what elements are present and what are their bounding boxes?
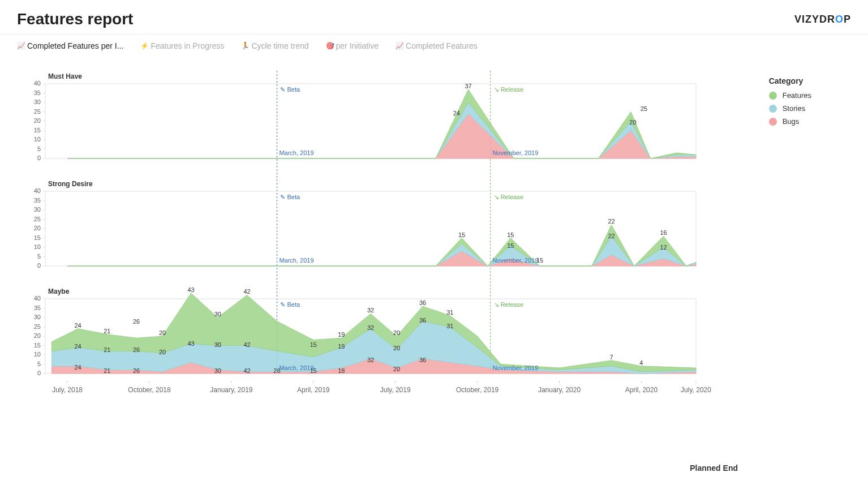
y-tick: 10	[34, 243, 41, 250]
y-tick: 5	[37, 253, 41, 260]
data-label: 19	[338, 331, 345, 338]
x-tick: January, 2020	[538, 386, 581, 394]
tab-label: per Initiative	[336, 41, 379, 50]
y-tick: 20	[34, 332, 41, 339]
x-tick: January, 2019	[210, 386, 252, 394]
data-label: 30	[214, 341, 221, 348]
y-tick: 40	[34, 187, 41, 194]
milestone-date: November, 2019	[493, 364, 539, 371]
legend-label: Bugs	[783, 117, 800, 126]
x-tick: October, 2019	[456, 386, 499, 394]
tab-label: Completed Features	[406, 41, 478, 50]
data-label: 42	[243, 341, 250, 348]
data-label: 19	[338, 343, 345, 350]
milestone-date: March, 2019	[279, 149, 313, 156]
data-label: 24	[74, 343, 81, 350]
data-label: 36	[419, 357, 426, 363]
data-label: 12	[660, 244, 667, 251]
chart-icon: 🎯	[326, 42, 333, 49]
tab-per-initiative[interactable]: 🎯per Initiative	[326, 41, 379, 50]
x-tick: July, 2019	[380, 386, 411, 394]
data-label: 15	[507, 231, 514, 238]
legend-swatch	[769, 118, 777, 126]
data-label: 16	[660, 229, 667, 236]
tab-label: Completed Features per I...	[27, 41, 123, 50]
y-tick: 15	[34, 342, 41, 349]
milestone-date: March, 2019	[279, 257, 313, 264]
data-label: 36	[419, 299, 426, 306]
data-label: 20	[159, 349, 166, 355]
data-label: 20	[393, 345, 400, 351]
milestone-date: November, 2019	[493, 257, 539, 264]
milestone-label: ✎ Beta	[280, 86, 300, 93]
y-tick: 20	[34, 117, 41, 124]
x-axis-title: Planned End	[690, 463, 738, 473]
legend-item[interactable]: Features	[769, 91, 811, 100]
milestone-date: March, 2019	[279, 364, 313, 371]
chart-canvas: Must Have0510152025303540✎ BetaMarch, 20…	[0, 54, 868, 416]
milestone-label: ✎ Beta	[280, 301, 300, 308]
chart-icon: 📈	[17, 42, 24, 49]
tab-bar: 📈Completed Features per I...⚡Features in…	[0, 35, 868, 54]
tab-cycle-time[interactable]: 🏃Cycle time trend	[241, 41, 308, 50]
area-stories	[67, 102, 696, 158]
data-label: 20	[393, 366, 400, 372]
y-tick: 10	[34, 351, 41, 358]
y-tick: 35	[34, 89, 41, 96]
tab-completed-per-i[interactable]: 📈Completed Features per I...	[17, 41, 123, 50]
data-label: 4	[639, 359, 643, 366]
data-label: 22	[608, 233, 615, 239]
data-label: 42	[243, 367, 250, 374]
legend-title: Category	[769, 76, 811, 85]
data-label: 24	[453, 110, 460, 117]
tab-label: Features in Progress	[151, 41, 224, 50]
x-tick: July, 2020	[681, 386, 711, 394]
milestone-label: ↘ Release	[494, 194, 523, 200]
y-tick: 10	[34, 136, 41, 143]
y-tick: 15	[34, 234, 41, 241]
panel-title: Strong Desire	[48, 180, 93, 188]
data-label: 42	[243, 288, 250, 295]
y-tick: 0	[37, 154, 41, 161]
y-tick: 0	[37, 370, 41, 376]
data-label: 20	[629, 119, 636, 126]
header: Features report VIZYDROP	[0, 0, 868, 35]
data-label: 31	[446, 309, 453, 316]
y-tick: 30	[34, 314, 41, 320]
x-tick: October, 2018	[128, 386, 171, 394]
data-label: 7	[609, 354, 613, 360]
y-tick: 0	[37, 262, 41, 269]
milestone-label: ✎ Beta	[280, 194, 300, 200]
y-tick: 5	[37, 145, 41, 152]
tab-label: Cycle time trend	[251, 41, 308, 50]
chart-icon: ⚡	[140, 42, 147, 49]
legend-item[interactable]: Stories	[769, 104, 811, 113]
tab-in-progress[interactable]: ⚡Features in Progress	[140, 41, 224, 50]
legend: Category FeaturesStoriesBugs	[769, 76, 811, 130]
data-label: 32	[367, 307, 374, 314]
milestone-label: ↘ Release	[494, 86, 523, 93]
data-label: 26	[133, 318, 140, 325]
milestone-date: November, 2019	[493, 149, 539, 156]
data-label: 15	[458, 231, 465, 238]
data-label: 37	[465, 83, 471, 89]
data-label: 18	[338, 367, 345, 374]
data-label: 20	[159, 329, 166, 336]
y-tick: 30	[34, 206, 41, 213]
panel-title: Must Have	[48, 72, 82, 80]
data-label: 43	[187, 286, 194, 293]
chart-icon: 📈	[396, 42, 402, 49]
legend-item[interactable]: Bugs	[769, 117, 811, 126]
chart-stage: Must Have0510152025303540✎ BetaMarch, 20…	[0, 54, 868, 473]
tab-completed[interactable]: 📈Completed Features	[396, 41, 478, 50]
page-title: Features report	[17, 10, 133, 28]
data-label: 26	[133, 346, 140, 353]
data-label: 15	[310, 341, 317, 348]
y-tick: 5	[37, 360, 41, 367]
panel-title: Maybe	[48, 287, 70, 295]
y-tick: 35	[34, 304, 41, 311]
chart-icon: 🏃	[241, 42, 248, 49]
data-label: 25	[641, 105, 647, 112]
data-label: 43	[187, 340, 194, 347]
data-label: 24	[74, 364, 81, 371]
